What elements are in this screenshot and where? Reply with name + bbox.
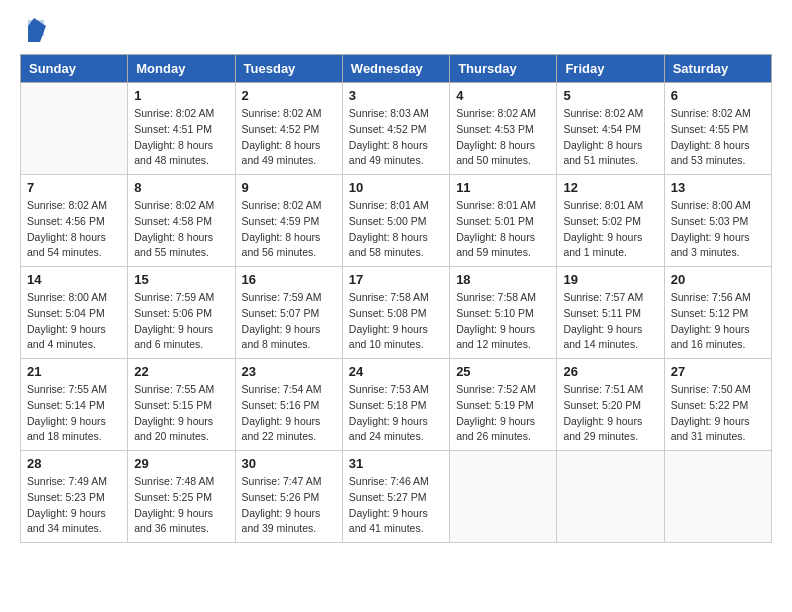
day-number: 3 [349,88,443,103]
calendar-day-5: 5 Sunrise: 8:02 AMSunset: 4:54 PMDayligh… [557,83,664,175]
day-detail: Sunrise: 7:55 AMSunset: 5:15 PMDaylight:… [134,383,214,442]
day-detail: Sunrise: 8:02 AMSunset: 4:51 PMDaylight:… [134,107,214,166]
calendar-day-23: 23 Sunrise: 7:54 AMSunset: 5:16 PMDaylig… [235,359,342,451]
calendar-day-25: 25 Sunrise: 7:52 AMSunset: 5:19 PMDaylig… [450,359,557,451]
day-detail: Sunrise: 8:01 AMSunset: 5:01 PMDaylight:… [456,199,536,258]
day-number: 25 [456,364,550,379]
day-number: 14 [27,272,121,287]
day-number: 24 [349,364,443,379]
day-number: 22 [134,364,228,379]
calendar-week-2: 7 Sunrise: 8:02 AMSunset: 4:56 PMDayligh… [21,175,772,267]
day-number: 16 [242,272,336,287]
day-detail: Sunrise: 7:47 AMSunset: 5:26 PMDaylight:… [242,475,322,534]
logo [20,20,48,44]
calendar-day-14: 14 Sunrise: 8:00 AMSunset: 5:04 PMDaylig… [21,267,128,359]
calendar-day-13: 13 Sunrise: 8:00 AMSunset: 5:03 PMDaylig… [664,175,771,267]
calendar-day-12: 12 Sunrise: 8:01 AMSunset: 5:02 PMDaylig… [557,175,664,267]
day-number: 1 [134,88,228,103]
day-header-wednesday: Wednesday [342,55,449,83]
day-number: 8 [134,180,228,195]
day-header-saturday: Saturday [664,55,771,83]
calendar-day-7: 7 Sunrise: 8:02 AMSunset: 4:56 PMDayligh… [21,175,128,267]
calendar-day-33 [557,451,664,543]
day-number: 11 [456,180,550,195]
day-number: 27 [671,364,765,379]
day-detail: Sunrise: 7:58 AMSunset: 5:08 PMDaylight:… [349,291,429,350]
calendar-day-28: 28 Sunrise: 7:49 AMSunset: 5:23 PMDaylig… [21,451,128,543]
day-detail: Sunrise: 7:58 AMSunset: 5:10 PMDaylight:… [456,291,536,350]
calendar-day-2: 2 Sunrise: 8:02 AMSunset: 4:52 PMDayligh… [235,83,342,175]
day-detail: Sunrise: 8:00 AMSunset: 5:03 PMDaylight:… [671,199,751,258]
calendar-day-8: 8 Sunrise: 8:02 AMSunset: 4:58 PMDayligh… [128,175,235,267]
day-detail: Sunrise: 8:02 AMSunset: 4:59 PMDaylight:… [242,199,322,258]
day-number: 19 [563,272,657,287]
day-detail: Sunrise: 7:46 AMSunset: 5:27 PMDaylight:… [349,475,429,534]
day-number: 4 [456,88,550,103]
calendar-day-1: 1 Sunrise: 8:02 AMSunset: 4:51 PMDayligh… [128,83,235,175]
calendar-day-19: 19 Sunrise: 7:57 AMSunset: 5:11 PMDaylig… [557,267,664,359]
day-detail: Sunrise: 8:01 AMSunset: 5:00 PMDaylight:… [349,199,429,258]
day-number: 26 [563,364,657,379]
day-number: 10 [349,180,443,195]
calendar-day-21: 21 Sunrise: 7:55 AMSunset: 5:14 PMDaylig… [21,359,128,451]
day-detail: Sunrise: 7:49 AMSunset: 5:23 PMDaylight:… [27,475,107,534]
page-header [20,20,772,44]
day-number: 9 [242,180,336,195]
day-detail: Sunrise: 7:57 AMSunset: 5:11 PMDaylight:… [563,291,643,350]
calendar-day-3: 3 Sunrise: 8:03 AMSunset: 4:52 PMDayligh… [342,83,449,175]
calendar-day-11: 11 Sunrise: 8:01 AMSunset: 5:01 PMDaylig… [450,175,557,267]
calendar-day-31: 31 Sunrise: 7:46 AMSunset: 5:27 PMDaylig… [342,451,449,543]
day-detail: Sunrise: 8:01 AMSunset: 5:02 PMDaylight:… [563,199,643,258]
calendar-week-3: 14 Sunrise: 8:00 AMSunset: 5:04 PMDaylig… [21,267,772,359]
calendar-day-17: 17 Sunrise: 7:58 AMSunset: 5:08 PMDaylig… [342,267,449,359]
calendar-day-10: 10 Sunrise: 8:01 AMSunset: 5:00 PMDaylig… [342,175,449,267]
calendar-day-4: 4 Sunrise: 8:02 AMSunset: 4:53 PMDayligh… [450,83,557,175]
day-detail: Sunrise: 8:02 AMSunset: 4:54 PMDaylight:… [563,107,643,166]
day-detail: Sunrise: 8:02 AMSunset: 4:52 PMDaylight:… [242,107,322,166]
day-detail: Sunrise: 7:55 AMSunset: 5:14 PMDaylight:… [27,383,107,442]
logo-icon [24,16,48,44]
calendar-week-4: 21 Sunrise: 7:55 AMSunset: 5:14 PMDaylig… [21,359,772,451]
day-number: 28 [27,456,121,471]
day-number: 29 [134,456,228,471]
day-header-monday: Monday [128,55,235,83]
calendar-day-34 [664,451,771,543]
day-number: 6 [671,88,765,103]
day-header-thursday: Thursday [450,55,557,83]
day-number: 17 [349,272,443,287]
day-detail: Sunrise: 8:02 AMSunset: 4:55 PMDaylight:… [671,107,751,166]
day-detail: Sunrise: 7:50 AMSunset: 5:22 PMDaylight:… [671,383,751,442]
day-number: 31 [349,456,443,471]
day-number: 20 [671,272,765,287]
day-number: 2 [242,88,336,103]
calendar-day-6: 6 Sunrise: 8:02 AMSunset: 4:55 PMDayligh… [664,83,771,175]
day-detail: Sunrise: 7:56 AMSunset: 5:12 PMDaylight:… [671,291,751,350]
day-detail: Sunrise: 8:03 AMSunset: 4:52 PMDaylight:… [349,107,429,166]
calendar-week-1: 1 Sunrise: 8:02 AMSunset: 4:51 PMDayligh… [21,83,772,175]
day-detail: Sunrise: 8:02 AMSunset: 4:56 PMDaylight:… [27,199,107,258]
day-header-tuesday: Tuesday [235,55,342,83]
calendar-day-15: 15 Sunrise: 7:59 AMSunset: 5:06 PMDaylig… [128,267,235,359]
calendar-day-22: 22 Sunrise: 7:55 AMSunset: 5:15 PMDaylig… [128,359,235,451]
calendar-day-0 [21,83,128,175]
calendar-week-5: 28 Sunrise: 7:49 AMSunset: 5:23 PMDaylig… [21,451,772,543]
day-header-friday: Friday [557,55,664,83]
day-detail: Sunrise: 8:02 AMSunset: 4:58 PMDaylight:… [134,199,214,258]
day-number: 23 [242,364,336,379]
calendar-day-32 [450,451,557,543]
day-number: 18 [456,272,550,287]
day-number: 12 [563,180,657,195]
day-number: 5 [563,88,657,103]
day-detail: Sunrise: 8:02 AMSunset: 4:53 PMDaylight:… [456,107,536,166]
day-number: 15 [134,272,228,287]
day-detail: Sunrise: 7:53 AMSunset: 5:18 PMDaylight:… [349,383,429,442]
calendar-day-18: 18 Sunrise: 7:58 AMSunset: 5:10 PMDaylig… [450,267,557,359]
calendar-day-16: 16 Sunrise: 7:59 AMSunset: 5:07 PMDaylig… [235,267,342,359]
day-header-sunday: Sunday [21,55,128,83]
day-detail: Sunrise: 7:48 AMSunset: 5:25 PMDaylight:… [134,475,214,534]
day-detail: Sunrise: 7:51 AMSunset: 5:20 PMDaylight:… [563,383,643,442]
calendar-day-27: 27 Sunrise: 7:50 AMSunset: 5:22 PMDaylig… [664,359,771,451]
day-number: 13 [671,180,765,195]
day-number: 7 [27,180,121,195]
calendar-table: SundayMondayTuesdayWednesdayThursdayFrid… [20,54,772,543]
